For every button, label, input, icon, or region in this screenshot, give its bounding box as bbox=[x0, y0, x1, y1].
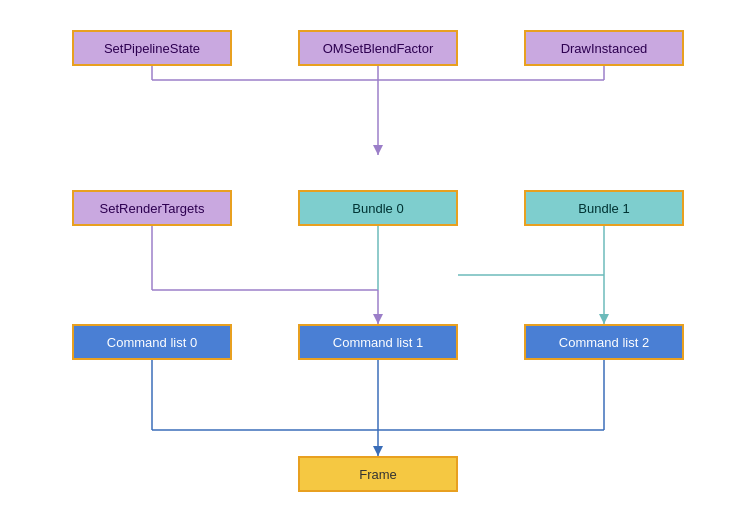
svg-marker-5 bbox=[373, 145, 383, 155]
svg-marker-21 bbox=[373, 446, 383, 456]
cmdlist1-label: Command list 1 bbox=[333, 335, 423, 350]
set-render-targets-node: SetRenderTargets bbox=[72, 190, 232, 226]
diagram: SetPipelineState OMSetBlendFactor DrawIn… bbox=[0, 0, 752, 528]
cmdlist2-node: Command list 2 bbox=[524, 324, 684, 360]
set-pipeline-state-node: SetPipelineState bbox=[72, 30, 232, 66]
frame-label: Frame bbox=[359, 467, 397, 482]
draw-instanced-node: DrawInstanced bbox=[524, 30, 684, 66]
bundle1-label: Bundle 1 bbox=[578, 201, 629, 216]
svg-marker-13 bbox=[599, 314, 609, 324]
cmdlist2-label: Command list 2 bbox=[559, 335, 649, 350]
draw-instanced-label: DrawInstanced bbox=[561, 41, 648, 56]
svg-marker-9 bbox=[373, 314, 383, 324]
bundle0-label: Bundle 0 bbox=[352, 201, 403, 216]
om-set-blend-factor-node: OMSetBlendFactor bbox=[298, 30, 458, 66]
arrows-layer bbox=[0, 0, 752, 528]
bundle0-node: Bundle 0 bbox=[298, 190, 458, 226]
set-pipeline-state-label: SetPipelineState bbox=[104, 41, 200, 56]
cmdlist0-label: Command list 0 bbox=[107, 335, 197, 350]
bundle1-node: Bundle 1 bbox=[524, 190, 684, 226]
om-set-blend-label: OMSetBlendFactor bbox=[323, 41, 434, 56]
set-render-targets-label: SetRenderTargets bbox=[100, 201, 205, 216]
cmdlist0-node: Command list 0 bbox=[72, 324, 232, 360]
frame-node: Frame bbox=[298, 456, 458, 492]
cmdlist1-node: Command list 1 bbox=[298, 324, 458, 360]
